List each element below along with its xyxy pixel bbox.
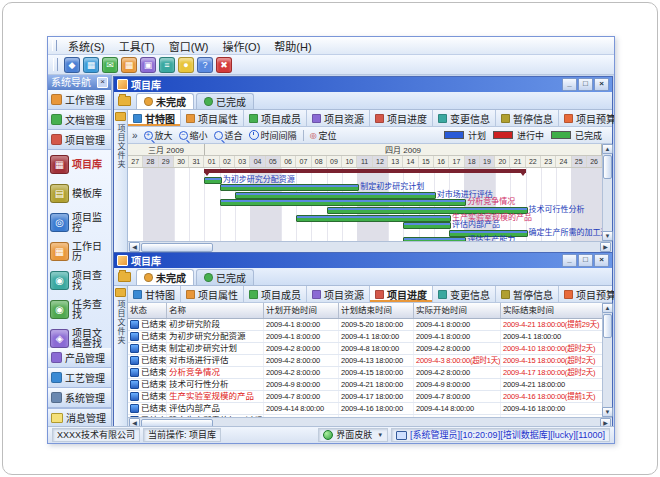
tab-项目预算[interactable]: 项目预算 xyxy=(559,286,614,302)
minimize-button[interactable] xyxy=(562,78,577,91)
menu-系统(S)[interactable]: 系统(S) xyxy=(61,37,112,55)
sidebar-group-system[interactable]: 系统管理 xyxy=(48,388,111,408)
sidebar-group-project[interactable]: 项目管理 xyxy=(48,130,111,150)
zoom-in-button[interactable]: 放大 xyxy=(144,129,173,142)
tab-项目进度[interactable]: 项目进度 xyxy=(370,110,433,126)
table-row[interactable]: 已结束技术可行性分析2009-4-9 8:00:002009-4-21 18:0… xyxy=(128,379,602,391)
tab-变更信息[interactable]: 变更信息 xyxy=(433,286,496,302)
vertical-scrollbar[interactable] xyxy=(602,303,612,417)
gantt-bar-制定初步研究计划[interactable] xyxy=(220,184,360,191)
close-button[interactable] xyxy=(594,78,609,91)
sidebar-item-项目文档查找[interactable]: ◈项目文档查找 xyxy=(48,324,111,348)
save-icon[interactable]: ▦ xyxy=(83,57,99,73)
scroll-left-icon[interactable] xyxy=(129,242,140,252)
tab-项目资源[interactable]: 项目资源 xyxy=(307,110,370,126)
horizontal-scrollbar[interactable] xyxy=(128,241,612,252)
menu-帮助(H)[interactable]: 帮助(H) xyxy=(267,37,318,55)
sidebar-group-work[interactable]: 工作管理 xyxy=(48,90,111,110)
fit-button[interactable]: 适合 xyxy=(214,129,243,142)
table-row[interactable]: 已结束为初步研究分配资源2009-4-1 8:00:002009-4-1 18:… xyxy=(128,331,602,343)
horizontal-scrollbar[interactable] xyxy=(128,417,612,426)
table-row[interactable]: 已结束评估内部产品2009-4-14 8:00:002009-4-16 18:0… xyxy=(128,403,602,415)
tab-已完成[interactable]: 已完成 xyxy=(196,269,254,285)
tab-未完成[interactable]: 未完成 xyxy=(136,93,194,109)
scroll-up-icon[interactable] xyxy=(602,303,613,313)
skin-selector[interactable]: 界面皮肤 xyxy=(318,428,388,442)
tab-项目预算[interactable]: 项目预算 xyxy=(559,110,614,126)
gantt-bar-评估生产能力[interactable] xyxy=(403,237,466,241)
column-header-计划结束时间[interactable]: 计划结束时间 xyxy=(339,303,414,318)
tab-项目资源[interactable]: 项目资源 xyxy=(307,286,370,302)
gantt-bar-初步研究阶段[interactable] xyxy=(204,169,525,173)
minimize-button[interactable] xyxy=(562,254,577,267)
tab-已完成[interactable]: 已完成 xyxy=(196,93,254,109)
tab-项目成员[interactable]: 项目成员 xyxy=(244,286,307,302)
sidebar-group-document[interactable]: 文档管理 xyxy=(48,110,111,130)
menu-操作(O)[interactable]: 操作(O) xyxy=(215,37,267,55)
column-header-状态[interactable]: 状态 xyxy=(128,303,167,318)
sidebar-item-项目监控[interactable]: ◎项目监控 xyxy=(48,208,111,237)
tab-项目成员[interactable]: 项目成员 xyxy=(244,110,307,126)
time-interval-button[interactable]: 时间间隔 xyxy=(249,129,297,142)
maximize-button[interactable] xyxy=(578,254,593,267)
sidebar-item-任务查找[interactable]: ◉任务查找 xyxy=(48,295,111,324)
column-header-实际开始时间[interactable]: 实际开始时间 xyxy=(414,303,501,318)
lock-icon[interactable]: ● xyxy=(178,57,194,73)
chart-icon[interactable]: ▣ xyxy=(140,57,156,73)
scroll-right-icon[interactable] xyxy=(600,418,611,426)
table-row[interactable]: 已结束对市场进行评估2009-4-2 8:00:002009-4-13 18:0… xyxy=(128,355,602,367)
tab-项目属性[interactable]: 项目属性 xyxy=(181,286,244,302)
scroll-thumb[interactable] xyxy=(141,243,213,252)
mail-icon[interactable]: ✉ xyxy=(102,57,118,73)
scroll-thumb[interactable] xyxy=(603,155,612,179)
tab-暂停信息[interactable]: 暂停信息 xyxy=(496,286,559,302)
zoom-out-button[interactable]: 缩小 xyxy=(179,129,208,142)
message-management-tab[interactable]: 消息管理 xyxy=(48,408,111,426)
sidebar-item-项目库[interactable]: ▦项目库 xyxy=(48,150,111,179)
project-folder-strip[interactable]: 项目文件夹 xyxy=(114,286,128,426)
window-title-bar[interactable]: 项目库 xyxy=(114,77,612,92)
toolbar-overflow-icon[interactable]: » xyxy=(132,130,138,141)
scroll-left-icon[interactable] xyxy=(129,418,140,426)
scroll-up-icon[interactable] xyxy=(602,144,613,154)
sidebar-group-process[interactable]: 工艺管理 xyxy=(48,368,111,388)
table-row[interactable]: 已结束初步研究阶段2009-4-1 8:00:002009-5-20 18:00… xyxy=(128,319,602,331)
close-button[interactable] xyxy=(594,254,609,267)
scroll-thumb[interactable] xyxy=(141,419,213,427)
tab-项目进度[interactable]: 项目进度 xyxy=(370,286,433,302)
project-folder-strip[interactable]: 项目文件夹 xyxy=(114,110,128,252)
sidebar-item-项目查找[interactable]: ◉项目查找 xyxy=(48,266,111,295)
help-icon[interactable]: ? xyxy=(197,57,213,73)
column-header-计划开始时间[interactable]: 计划开始时间 xyxy=(264,303,339,318)
sidebar-item-工作日历[interactable]: ▦工作日历 xyxy=(48,237,111,266)
scroll-right-icon[interactable] xyxy=(600,242,611,252)
table-row[interactable]: 已结束分析竞争情况2009-4-2 8:00:002009-4-15 18:00… xyxy=(128,367,602,379)
tab-暂停信息[interactable]: 暂停信息 xyxy=(496,110,559,126)
gantt-bar-分析竞争情况[interactable] xyxy=(220,199,467,206)
vertical-scrollbar[interactable] xyxy=(602,144,612,241)
tab-甘特图[interactable]: 甘特图 xyxy=(128,286,181,302)
menu-工具(T)[interactable]: 工具(T) xyxy=(112,37,162,55)
home-icon[interactable]: ◆ xyxy=(64,57,80,73)
gantt-bar-评估内部产品[interactable] xyxy=(403,222,451,229)
window-title-bar[interactable]: 项目库 xyxy=(114,253,612,268)
gantt-bar-为初步研究分配资源[interactable] xyxy=(204,177,221,184)
tab-甘特图[interactable]: 甘特图 xyxy=(128,110,181,126)
column-header-名称[interactable]: 名称 xyxy=(167,303,264,318)
table-row[interactable]: 已结束制定初步研究计划2009-4-2 8:00:002009-4-8 18:0… xyxy=(128,343,602,355)
gantt-bar-对市场进行评估[interactable] xyxy=(235,192,436,199)
folder-search-icon[interactable] xyxy=(118,96,131,106)
folder-search-icon[interactable] xyxy=(118,272,131,282)
gantt-chart[interactable]: 为初步研究分配资源制定初步研究计划对市场进行评估分析竞争情况技术可行性分析生产实… xyxy=(128,168,602,241)
calculator-icon[interactable]: ≡ xyxy=(159,57,175,73)
close-icon[interactable] xyxy=(97,77,108,88)
column-header-实际结束时间[interactable]: 实际结束时间 xyxy=(501,303,602,318)
menu-窗口(W)[interactable]: 窗口(W) xyxy=(162,37,216,55)
maximize-button[interactable] xyxy=(578,78,593,91)
locate-button[interactable]: 定位 xyxy=(310,129,337,142)
scroll-down-icon[interactable] xyxy=(602,407,613,417)
sidebar-item-模板库[interactable]: ▤模板库 xyxy=(48,179,111,208)
scroll-thumb[interactable] xyxy=(603,314,612,338)
calendar-icon[interactable]: ▦ xyxy=(121,57,137,73)
sidebar-group-product[interactable]: 产品管理 xyxy=(48,348,111,368)
